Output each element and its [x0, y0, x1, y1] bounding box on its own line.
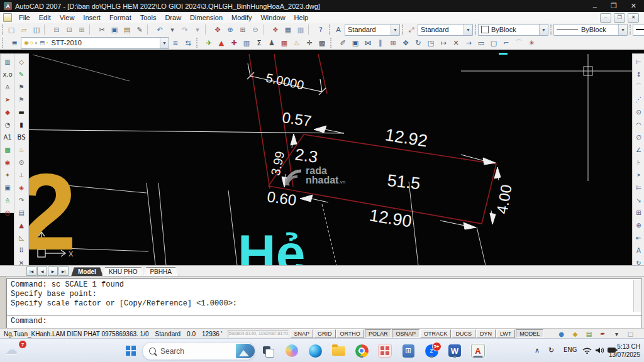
- custom-left2-5-icon[interactable]: ▬: [15, 106, 28, 118]
- aligned-dimension-icon[interactable]: ↕: [633, 68, 644, 80]
- custom-tool-8-icon[interactable]: ♨: [291, 37, 303, 49]
- custom-tool-1-icon[interactable]: ✈: [203, 37, 215, 49]
- zoom-window-icon[interactable]: ⊞: [236, 24, 249, 36]
- custom-left-4-icon[interactable]: ➤: [1, 93, 14, 106]
- markup-set-manager-icon[interactable]: ▦: [282, 24, 294, 36]
- edge-button[interactable]: [308, 343, 323, 358]
- text-style-combo[interactable]: Standard ▼: [345, 24, 400, 36]
- layer-properties-icon[interactable]: ≣: [8, 37, 21, 49]
- pan-icon[interactable]: ✥: [211, 24, 224, 36]
- word-button[interactable]: W: [447, 343, 462, 358]
- fillet-icon[interactable]: ⌒: [513, 37, 525, 49]
- erase-icon[interactable]: ✐: [336, 37, 349, 49]
- linear-dimension-icon[interactable]: ⊢: [633, 55, 644, 68]
- rectangle-icon[interactable]: ▭: [475, 37, 487, 49]
- trusted-dwg-icon[interactable]: ✒: [598, 329, 608, 339]
- custom-left-2-icon[interactable]: x.o: [1, 68, 14, 80]
- color-control-combo[interactable]: ByBlock ▼: [478, 24, 548, 36]
- layer-previous-icon[interactable]: ⇆: [182, 37, 194, 49]
- stretch-icon[interactable]: ↦: [437, 37, 450, 49]
- status-toggle-button[interactable]: LWT: [496, 329, 515, 338]
- toolbar-grip[interactable]: [475, 25, 476, 35]
- wifi-icon[interactable]: [582, 347, 592, 356]
- mirror-icon[interactable]: ⋈: [362, 37, 374, 49]
- undo-icon[interactable]: ↶: [153, 24, 166, 36]
- start-button[interactable]: [123, 343, 138, 358]
- toolbar-lock-icon[interactable]: ◆: [570, 329, 580, 339]
- move-icon[interactable]: ✥: [399, 37, 412, 49]
- custom-left2-6-icon[interactable]: ▮: [15, 118, 28, 131]
- file-explorer-button[interactable]: [331, 343, 346, 358]
- layer-thaw-icon[interactable]: ○: [30, 40, 33, 46]
- custom-left2-9-icon[interactable]: ⊙: [15, 156, 28, 168]
- custom-left2-15-icon[interactable]: ◺: [15, 231, 28, 244]
- tolerance-icon[interactable]: ⊞: [633, 206, 644, 219]
- toolbar-grip[interactable]: [2, 38, 6, 48]
- dim-style-combo[interactable]: Standard ▼: [418, 24, 473, 36]
- tab-next-icon[interactable]: ▶: [48, 266, 58, 276]
- mdi-restore-button[interactable]: ❐: [614, 13, 625, 23]
- drawing-canvas[interactable]: Y X 2 Hẻ rada nhadat.vn 5.0000 0.57 2.3 …: [0, 50, 644, 265]
- copy-object-icon[interactable]: ▣: [349, 37, 362, 49]
- layout-tab[interactable]: KHU PHO: [102, 267, 145, 277]
- menu-item[interactable]: View: [55, 13, 79, 22]
- custom-left-6-icon[interactable]: ◔: [1, 118, 14, 131]
- custom-left2-2-icon[interactable]: ✎: [15, 68, 28, 80]
- plot-preview-icon[interactable]: ⊡: [63, 24, 75, 36]
- close-button[interactable]: ✕: [631, 2, 636, 10]
- custom-tool-7-icon[interactable]: ▦: [278, 37, 291, 49]
- custom-left-1-icon[interactable]: ▥: [1, 55, 14, 68]
- custom-left2-3-icon[interactable]: ⚑: [15, 80, 28, 93]
- chevron-down-icon[interactable]: ▼: [391, 25, 399, 35]
- menu-item[interactable]: Dimension: [186, 13, 227, 22]
- sheet-set-manager-icon[interactable]: ❖: [269, 24, 282, 36]
- custom-left2-12-icon[interactable]: ↷: [15, 194, 28, 206]
- polygon-icon[interactable]: ▢: [487, 37, 500, 49]
- tray-chevron-icon[interactable]: ∧: [535, 346, 540, 354]
- custom-left-10-icon[interactable]: ✦: [1, 168, 14, 181]
- baseline-dimension-icon[interactable]: ⊧: [633, 168, 644, 181]
- array-icon[interactable]: ⊞: [387, 37, 399, 49]
- toolbar-grip[interactable]: [550, 25, 552, 35]
- text-style-icon[interactable]: A: [332, 24, 345, 36]
- diameter-dimension-icon[interactable]: ∅: [633, 131, 644, 143]
- chevron-down-icon[interactable]: ▼: [160, 38, 169, 48]
- status-toggle-button[interactable]: ORTHO: [336, 329, 364, 338]
- menu-item[interactable]: Tools: [136, 13, 161, 22]
- chrome-button[interactable]: [354, 343, 369, 358]
- offset-icon[interactable]: ∥: [374, 37, 387, 49]
- custom-tool-6-icon[interactable]: ♟: [265, 37, 278, 49]
- task-view-button[interactable]: [260, 343, 275, 358]
- chamfer-icon[interactable]: ⌐: [500, 37, 513, 49]
- tab-prev-icon[interactable]: ◀: [37, 266, 47, 276]
- status-toggle-button[interactable]: DUCS: [452, 329, 475, 338]
- save-icon[interactable]: ◫: [30, 24, 43, 36]
- custom-left2-11-icon[interactable]: ◈: [15, 181, 28, 194]
- lineweight-control-combo[interactable]: ByLayer ▼: [633, 24, 644, 36]
- weather-widget[interactable]: ☁ 7: [5, 342, 26, 359]
- search-box[interactable]: Search: [142, 342, 255, 360]
- custom-left2-10-icon[interactable]: ⊥: [15, 168, 28, 181]
- mdi-close-button[interactable]: ✕: [628, 13, 639, 23]
- status-toggle-button[interactable]: OSNAP: [392, 329, 419, 338]
- toolbar-grip[interactable]: [330, 38, 335, 48]
- copy-icon[interactable]: ▣: [108, 24, 121, 36]
- menu-item[interactable]: Edit: [35, 13, 55, 22]
- command-history[interactable]: Command: sc SCALE 1 foundSpecify base po…: [6, 278, 642, 317]
- coordinates-readout[interactable]: 592804.6140, 1192487.8170, 0.0000: [228, 330, 288, 337]
- plot-icon[interactable]: ⊟: [50, 24, 63, 36]
- custom-left-3-icon[interactable]: ♙: [1, 80, 14, 93]
- explode-icon[interactable]: ✳: [525, 37, 538, 49]
- toolbar-grip[interactable]: [402, 25, 403, 35]
- custom-left2-7-icon[interactable]: BS: [15, 131, 28, 143]
- menu-item[interactable]: Insert: [79, 13, 105, 22]
- custom-tool-4-icon[interactable]: ▥: [240, 37, 253, 49]
- layer-combo[interactable]: ◉○◐⬒▪ STT-2010 ▼: [21, 37, 169, 49]
- tab-first-icon[interactable]: |◀: [26, 266, 36, 276]
- quick-leader-icon[interactable]: ↘: [633, 194, 644, 206]
- linetype-control-combo[interactable]: ByBlock ▼: [553, 24, 628, 36]
- status-toggle-button[interactable]: GRID: [314, 329, 336, 338]
- custom-left2-8-icon[interactable]: ♨: [15, 143, 28, 156]
- toolbar-grip[interactable]: [2, 25, 3, 35]
- block-editor-icon[interactable]: ▥: [294, 24, 307, 36]
